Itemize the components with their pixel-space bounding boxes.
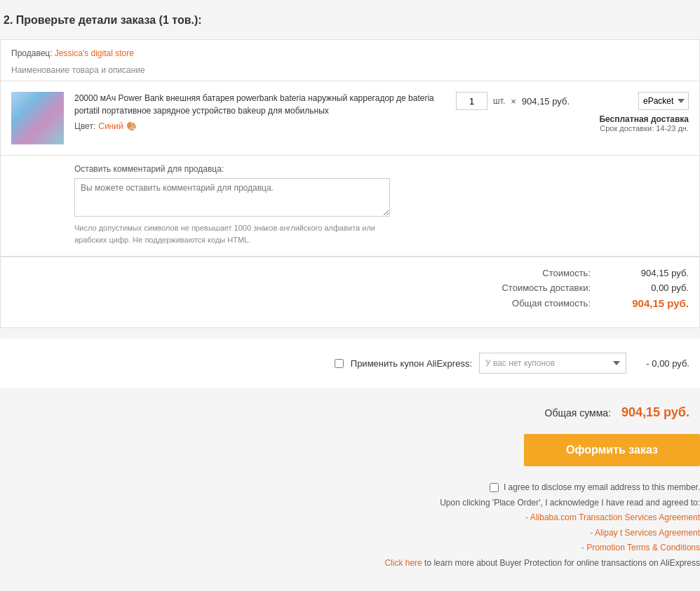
coupon-section: Применить купон AliExpress: У вас нет ку… [0,339,700,388]
color-value: Синий [98,121,123,131]
alipay-link[interactable]: - Alipay t Services Agreement [590,528,700,538]
grand-total-value: 904,15 руб. [605,297,689,309]
coupon-label: Применить купон AliExpress: [351,358,472,369]
alipay-link-row: - Alipay t Services Agreement [0,526,700,541]
comment-label: Оставить комментарий для продавца: [74,164,689,174]
product-price: 904,15 руб. [522,96,570,107]
shipping-section: ePacket Бесплатная доставка Срок доставк… [584,92,689,133]
delivery-cost-row: Стоимость доставки: 0,00 руб. [11,283,689,293]
delivery-cost-label: Стоимость доставки: [478,283,591,293]
grand-total-row: Общая стоимость: 904,15 руб. [11,297,689,309]
acknowledge-text: Upon clicking 'Place Order', I acknowled… [440,498,700,508]
order-total-value: 904,15 руб. [621,405,689,420]
shipping-method-row: ePacket [584,92,689,110]
legal-section: I agree to disclose my email address to … [0,477,700,585]
quantity-input[interactable] [456,92,487,110]
free-shipping-label: Бесплатная доставка [584,114,689,124]
seller-label: Продавец: [11,48,53,58]
product-row: 20000 мАч Power Bank внешняя батарея pow… [1,81,699,156]
buyer-protection-text: to learn more about Buyer Protection for… [424,558,700,568]
comment-textarea[interactable] [74,178,390,217]
alibaba-link-row: - Alibaba.com Transaction Services Agree… [0,510,700,526]
quantity-section: шт. × 904,15 руб. [456,92,570,110]
place-order-button[interactable]: Оформить заказ [524,434,700,466]
grand-total-label: Общая стоимость: [478,298,591,308]
comment-hint: Число допустимых символов не превышает 1… [74,222,390,245]
seller-name: Jessica's digital store [55,48,134,58]
delivery-cost-value: 0,00 руб. [605,283,689,293]
color-label: Цвет: [74,121,95,131]
product-image [11,92,64,144]
product-color: Цвет: Синий 🎨 [74,121,435,131]
buyer-protection-row: Click here to learn more about Buyer Pro… [0,556,700,571]
section-title: 2. Проверьте детали заказа (1 тов.): [0,7,700,34]
column-header: Наименование товара и описание [1,62,699,81]
cost-label: Стоимость: [478,268,591,278]
unit-label: шт. [493,96,505,106]
coupon-select[interactable]: У вас нет купонов [479,353,626,374]
order-summary: Общая сумма: 904,15 руб. [0,398,700,427]
promotion-link[interactable]: - Promotion Terms & Conditions [581,543,700,552]
agree-text: I agree to disclose my email address to … [504,482,700,492]
order-section: Продавец: Jessica's digital store Наимен… [0,39,700,328]
agree-row: I agree to disclose my email address to … [0,480,700,496]
buyer-protection-link[interactable]: Click here [384,558,422,568]
coupon-checkbox[interactable] [335,359,344,368]
seller-row: Продавец: Jessica's digital store [1,40,699,62]
shipping-select[interactable]: ePacket [638,92,689,110]
product-info: 20000 мАч Power Bank внешняя батарея pow… [74,92,442,131]
order-total-label: Общая сумма: [545,407,611,419]
comment-section: Оставить комментарий для продавца: Число… [1,156,699,257]
totals-section: Стоимость: 904,15 руб. Стоимость доставк… [1,257,699,327]
multiply-symbol: × [511,96,516,107]
agree-checkbox[interactable] [490,483,499,492]
delivery-time: Срок доставки: 14-23 дн. [584,124,689,133]
coupon-discount: - 0,00 руб. [633,358,689,369]
acknowledge-row: Upon clicking 'Place Order', I acknowled… [0,496,700,511]
alibaba-link[interactable]: - Alibaba.com Transaction Services Agree… [525,512,700,522]
promotion-link-row: - Promotion Terms & Conditions [0,541,700,556]
product-title: 20000 мАч Power Bank внешняя батарея pow… [74,92,435,117]
color-emoji: 🎨 [126,121,137,131]
cost-value: 904,15 руб. [605,268,689,278]
cost-row: Стоимость: 904,15 руб. [11,268,689,278]
